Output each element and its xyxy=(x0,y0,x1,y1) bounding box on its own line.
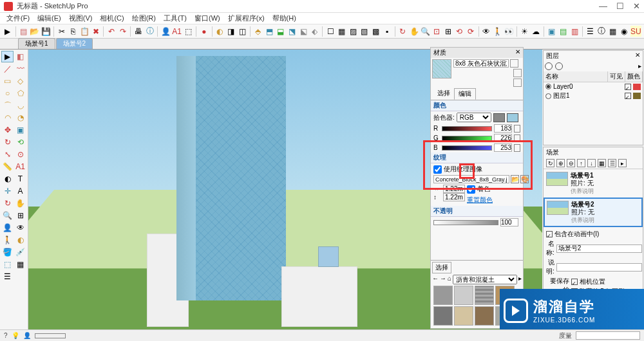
scene-tab-2[interactable]: 场景号2 xyxy=(56,38,93,49)
undo-icon[interactable]: ↶ xyxy=(106,26,117,37)
col-name[interactable]: 名称 xyxy=(544,71,608,82)
layer-menu-icon[interactable]: ▸ xyxy=(638,62,641,70)
warehouse-icon[interactable]: SU xyxy=(630,26,641,37)
add-layer-icon[interactable] xyxy=(545,62,553,70)
menu-tools[interactable]: 工具(T) xyxy=(160,14,191,23)
fwd-arrow-icon[interactable]: → xyxy=(440,275,446,284)
close-button[interactable]: ✕ xyxy=(633,1,640,11)
entity-info-icon[interactable]: ⓘ xyxy=(596,26,607,37)
walk-tool-icon[interactable]: 🚶 xyxy=(1,234,14,246)
layer-color-swatch[interactable] xyxy=(633,93,641,99)
next-icon[interactable]: ⟳ xyxy=(466,26,476,37)
layers-icon[interactable]: ◫ xyxy=(238,26,248,37)
pan-tool-icon[interactable]: ✋ xyxy=(14,198,26,209)
back-icon[interactable]: ⬕ xyxy=(298,26,308,37)
texture-file-input[interactable] xyxy=(433,175,509,183)
zoom-window-icon[interactable]: ⊡ xyxy=(431,26,442,37)
material-swatch[interactable] xyxy=(454,306,473,326)
scene-up-icon[interactable]: ↑ xyxy=(577,159,585,167)
menu-camera[interactable]: 相机(C) xyxy=(96,14,128,23)
new-icon[interactable]: ▤ xyxy=(18,26,28,37)
help-icon[interactable]: ? xyxy=(4,332,8,339)
pan-icon[interactable]: ✋ xyxy=(409,26,419,37)
axes-tool-icon[interactable]: ✛ xyxy=(1,185,14,197)
menu-file[interactable]: 文件(F) xyxy=(3,14,33,23)
front-icon[interactable]: ⬓ xyxy=(276,26,286,37)
material-sample-icon[interactable] xyxy=(513,78,522,87)
3pt-arc-tool-icon[interactable]: ◠ xyxy=(1,112,14,124)
copy-icon[interactable]: ⎘ xyxy=(68,26,79,37)
component-tool-icon[interactable]: ⬚ xyxy=(1,259,14,270)
materials-close-icon[interactable]: ✕ xyxy=(515,48,520,57)
zoom-tool-icon[interactable]: 🔍 xyxy=(1,210,14,221)
layer-active-radio[interactable] xyxy=(545,93,551,99)
red-spinner[interactable] xyxy=(514,125,520,133)
opacity-value-input[interactable] xyxy=(500,218,518,226)
section-icon[interactable]: ◐ xyxy=(214,26,225,37)
material-create-icon[interactable] xyxy=(510,59,518,68)
orbit-icon[interactable]: ↻ xyxy=(398,26,408,37)
look-tool-icon[interactable]: 👁 xyxy=(14,222,26,234)
followme-tool-icon[interactable]: ⟲ xyxy=(14,136,26,148)
scene-name-input[interactable] xyxy=(556,244,642,253)
material-library-select[interactable]: 沥青和混凝土 xyxy=(453,275,517,284)
update-scene-icon[interactable]: ▤ xyxy=(558,26,569,37)
scene-tab-1[interactable]: 场景号1 xyxy=(18,38,55,49)
scale-tool-icon[interactable]: ⤡ xyxy=(1,149,14,160)
layer-visible-checkbox[interactable] xyxy=(625,93,631,99)
shadow-icon[interactable]: ☀ xyxy=(520,26,530,37)
tip-icon[interactable]: 💡 xyxy=(12,332,19,339)
top-icon[interactable]: ⬒ xyxy=(265,26,275,37)
wireframe-icon[interactable]: ▦ xyxy=(337,26,347,37)
offset-tool-icon[interactable]: ⊙ xyxy=(14,149,26,160)
hidden-icon[interactable]: ▨ xyxy=(348,26,358,37)
blue-slider[interactable] xyxy=(442,145,492,151)
3dtext-tool-icon[interactable]: A xyxy=(14,185,26,197)
browse-texture-icon[interactable]: 📂 xyxy=(511,175,519,183)
red-slider[interactable] xyxy=(442,126,492,131)
iso-icon[interactable]: ⬘ xyxy=(253,26,263,37)
text-icon[interactable]: ⬚ xyxy=(183,26,193,37)
dimension-icon[interactable]: A1 xyxy=(172,26,182,37)
pushpull-tool-icon[interactable]: ▣ xyxy=(14,124,26,136)
scene-add-icon[interactable]: ⊕ xyxy=(556,159,565,167)
green-slider[interactable] xyxy=(442,136,492,141)
zoom-extents-tool-icon[interactable]: ⊞ xyxy=(14,210,26,221)
material-default-icon[interactable] xyxy=(513,69,522,77)
use-texture-checkbox[interactable] xyxy=(433,165,442,174)
scene-desc-input[interactable] xyxy=(556,263,642,272)
protractor-tool-icon[interactable]: ◐ xyxy=(1,173,14,185)
scene-list-icon[interactable]: ☰ xyxy=(608,159,616,167)
textured-icon[interactable]: ▩ xyxy=(371,26,381,37)
materials-tab-edit[interactable]: 编辑 xyxy=(454,88,476,100)
scene-item[interactable]: 场景号2 照片: 无 供养说明 xyxy=(544,198,643,227)
user-icon[interactable]: 👤 xyxy=(23,332,31,339)
layer-active-radio[interactable] xyxy=(545,84,551,89)
scene-down-icon[interactable]: ↓ xyxy=(587,159,596,167)
browser-tab[interactable]: 选择 xyxy=(432,262,451,273)
green-value-input[interactable] xyxy=(494,134,512,142)
menu-draw[interactable]: 绘图(R) xyxy=(128,14,160,23)
scene-update-icon[interactable]: ↻ xyxy=(546,159,554,167)
styles-icon[interactable]: ◉ xyxy=(619,26,629,37)
position-camera-icon[interactable]: 👁 xyxy=(482,26,492,37)
color-picker-select[interactable]: RGB xyxy=(457,113,491,122)
section-tool-icon[interactable]: ◐ xyxy=(14,234,26,246)
slice-icon[interactable]: ◨ xyxy=(226,26,236,37)
prop-camera-checkbox[interactable] xyxy=(571,279,578,285)
reset-color-link[interactable]: 重置颜色 xyxy=(467,196,493,203)
look-icon[interactable]: 👀 xyxy=(504,26,515,37)
cut-icon[interactable]: ✂ xyxy=(57,26,67,37)
2pt-arc-tool-icon[interactable]: ◡ xyxy=(14,100,26,111)
green-spinner[interactable] xyxy=(514,134,520,142)
red-value-input[interactable] xyxy=(494,124,512,133)
left-icon[interactable]: ⬖ xyxy=(310,26,320,37)
rectangle-tool-icon[interactable]: ▭ xyxy=(1,75,14,87)
pie-tool-icon[interactable]: ◔ xyxy=(14,112,26,124)
outliner-tool-icon[interactable]: ☰ xyxy=(1,271,14,282)
include-anim-checkbox[interactable] xyxy=(546,231,553,237)
redo-icon[interactable]: ↷ xyxy=(118,26,128,37)
menu-help[interactable]: 帮助(H) xyxy=(269,14,300,23)
scene-remove-icon[interactable]: ⊖ xyxy=(567,159,575,167)
group-tool-icon[interactable]: ▦ xyxy=(14,259,26,270)
